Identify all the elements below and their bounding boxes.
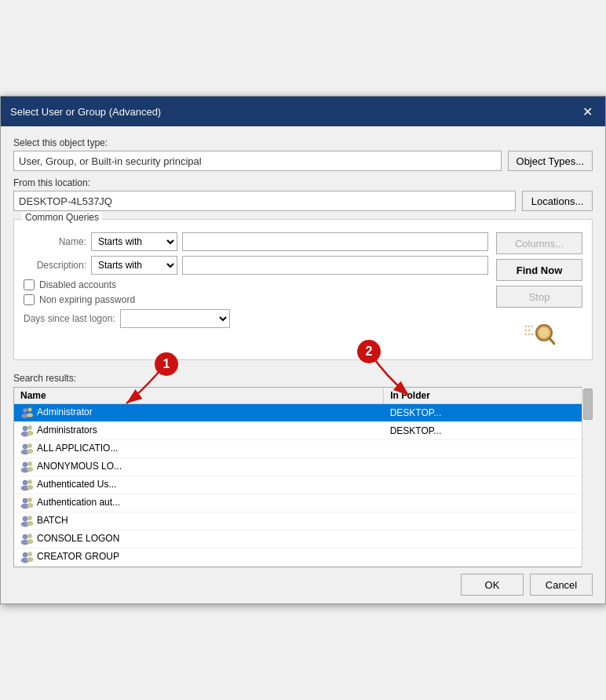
table-row[interactable]: CREATOR OWNER bbox=[14, 567, 592, 568]
svg-point-19 bbox=[27, 450, 33, 454]
svg-point-38 bbox=[28, 534, 32, 538]
search-results-label: Search results: bbox=[13, 373, 593, 384]
find-now-button[interactable]: Find Now bbox=[496, 259, 582, 281]
desc-value-input[interactable] bbox=[182, 256, 488, 275]
close-button[interactable]: ✕ bbox=[579, 103, 596, 120]
row-name-cell: ANONYMOUS LO... bbox=[14, 458, 384, 476]
disabled-accounts-label[interactable]: Disabled accounts bbox=[39, 279, 116, 290]
row-folder-cell bbox=[384, 476, 592, 494]
disabled-accounts-row: Disabled accounts bbox=[24, 279, 488, 290]
row-name-cell: Administrator bbox=[14, 404, 384, 422]
svg-point-40 bbox=[23, 552, 27, 557]
row-name-cell: Authenticated Us... bbox=[14, 476, 384, 494]
row-folder-cell bbox=[384, 567, 592, 568]
row-name-cell: Administrators bbox=[14, 422, 384, 440]
svg-point-18 bbox=[28, 444, 32, 448]
svg-point-8 bbox=[23, 408, 27, 413]
table-row[interactable]: AdministratorDESKTOP... bbox=[14, 404, 592, 422]
svg-point-22 bbox=[28, 462, 32, 466]
non-expiring-row: Non expiring password bbox=[24, 294, 488, 305]
queries-right: Columns... Find Now Stop bbox=[496, 232, 582, 350]
scrollbar-thumb[interactable] bbox=[583, 388, 593, 420]
days-logon-label: Days since last logon: bbox=[24, 313, 115, 324]
results-table-container[interactable]: Name In Folder AdministratorDESKTOP... A… bbox=[13, 387, 593, 567]
svg-point-15 bbox=[27, 432, 33, 436]
svg-point-27 bbox=[27, 486, 33, 490]
results-table: Name In Folder AdministratorDESKTOP... A… bbox=[14, 388, 592, 567]
svg-point-14 bbox=[28, 426, 32, 430]
queries-content: Name: Starts with Is exactly Ends with D… bbox=[24, 232, 582, 350]
svg-point-39 bbox=[27, 540, 33, 544]
svg-point-30 bbox=[28, 498, 32, 502]
location-row: Locations... bbox=[13, 191, 593, 211]
desc-filter-select[interactable]: Starts with Is exactly bbox=[91, 256, 177, 275]
non-expiring-checkbox[interactable] bbox=[24, 294, 35, 305]
scrollbar[interactable] bbox=[582, 387, 593, 567]
row-folder-cell bbox=[384, 512, 592, 530]
queries-left: Name: Starts with Is exactly Ends with D… bbox=[24, 232, 488, 350]
row-folder-cell bbox=[384, 549, 592, 567]
svg-point-28 bbox=[23, 498, 27, 503]
svg-point-4 bbox=[538, 327, 549, 338]
svg-point-12 bbox=[23, 426, 27, 431]
table-row[interactable]: BATCH bbox=[14, 512, 592, 530]
svg-point-10 bbox=[28, 408, 32, 412]
svg-point-32 bbox=[23, 516, 27, 521]
location-input[interactable] bbox=[13, 191, 516, 211]
desc-query-row: Description: Starts with Is exactly bbox=[24, 256, 488, 275]
row-name-cell: CONSOLE LOGON bbox=[14, 530, 384, 549]
row-name-cell: CREATOR GROUP bbox=[14, 549, 384, 567]
table-row[interactable]: ANONYMOUS LO... bbox=[14, 458, 592, 476]
name-filter-select[interactable]: Starts with Is exactly Ends with bbox=[91, 232, 177, 251]
action-buttons-row: OK Cancel bbox=[1, 567, 605, 603]
svg-point-20 bbox=[23, 462, 27, 467]
locations-button[interactable]: Locations... bbox=[522, 191, 593, 211]
row-folder-cell bbox=[384, 530, 592, 549]
dialog: Select User or Group (Advanced) ✕ Select… bbox=[0, 96, 606, 604]
row-name-cell: BATCH bbox=[14, 512, 384, 530]
stop-button[interactable]: Stop bbox=[496, 286, 582, 308]
ok-button[interactable]: OK bbox=[461, 574, 524, 596]
object-type-row: Object Types... bbox=[13, 151, 593, 171]
bottom-section: 1 2 Search results: bbox=[1, 368, 605, 567]
name-query-label: Name: bbox=[24, 236, 86, 247]
name-query-row: Name: Starts with Is exactly Ends with bbox=[24, 232, 488, 251]
col-folder-header[interactable]: In Folder bbox=[384, 388, 592, 404]
object-type-input[interactable] bbox=[13, 151, 502, 171]
cancel-button[interactable]: Cancel bbox=[530, 574, 593, 596]
dialog-title: Select User or Group (Advanced) bbox=[10, 106, 161, 118]
row-name-cell: CREATOR OWNER bbox=[14, 567, 384, 568]
columns-button[interactable]: Columns... bbox=[496, 232, 582, 254]
non-expiring-label[interactable]: Non expiring password bbox=[39, 294, 135, 305]
svg-point-31 bbox=[27, 504, 33, 508]
name-value-input[interactable] bbox=[182, 232, 488, 251]
location-label: From this location: bbox=[13, 177, 593, 188]
disabled-accounts-checkbox[interactable] bbox=[24, 279, 35, 290]
results-container: Name In Folder AdministratorDESKTOP... A… bbox=[13, 387, 593, 567]
svg-point-34 bbox=[28, 516, 32, 520]
svg-point-24 bbox=[23, 480, 27, 485]
row-name-cell: ALL APPLICATIO... bbox=[14, 440, 384, 458]
svg-point-23 bbox=[27, 468, 33, 472]
table-row[interactable]: Authentication aut... bbox=[14, 494, 592, 512]
table-row[interactable]: Authenticated Us... bbox=[14, 476, 592, 494]
table-row[interactable]: AdministratorsDESKTOP... bbox=[14, 422, 592, 440]
dialog-body: Select this object type: Object Types...… bbox=[1, 126, 605, 368]
table-row[interactable]: CREATOR GROUP bbox=[14, 549, 592, 567]
common-queries-title: Common Queries bbox=[22, 212, 102, 223]
object-type-label: Select this object type: bbox=[13, 137, 593, 148]
row-folder-cell: DESKTOP... bbox=[384, 422, 592, 440]
svg-point-42 bbox=[28, 552, 32, 556]
desc-query-label: Description: bbox=[24, 260, 86, 271]
svg-point-26 bbox=[28, 480, 32, 484]
row-name-cell: Authentication aut... bbox=[14, 494, 384, 512]
table-row[interactable]: ALL APPLICATIO... bbox=[14, 440, 592, 458]
common-queries-box: Common Queries Name: Starts with Is exac… bbox=[13, 219, 593, 360]
row-folder-cell bbox=[384, 440, 592, 458]
svg-line-5 bbox=[549, 338, 554, 344]
days-logon-select[interactable] bbox=[120, 309, 230, 328]
col-name-header[interactable]: Name bbox=[14, 388, 384, 404]
table-row[interactable]: CONSOLE LOGON bbox=[14, 530, 592, 549]
object-types-button[interactable]: Object Types... bbox=[508, 151, 593, 171]
row-folder-cell bbox=[384, 458, 592, 476]
